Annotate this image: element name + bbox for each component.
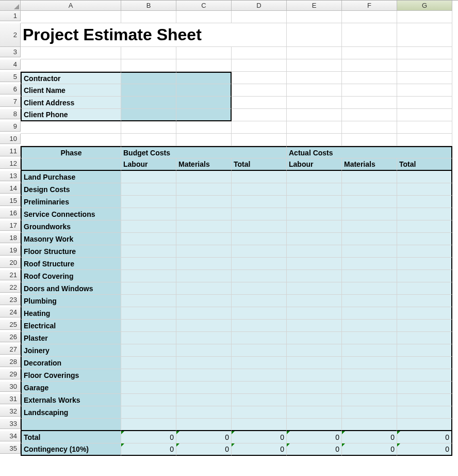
- cell[interactable]: [397, 23, 452, 47]
- phase-cell[interactable]: [342, 183, 397, 196]
- phase-cell[interactable]: [121, 183, 176, 196]
- cell[interactable]: [397, 72, 452, 84]
- phase-cell[interactable]: [287, 406, 342, 419]
- phase-cell[interactable]: [342, 220, 397, 233]
- phase-cell[interactable]: [232, 208, 287, 220]
- phase-cell[interactable]: [176, 332, 232, 344]
- phase-cell[interactable]: [232, 245, 287, 258]
- phase-cell[interactable]: [121, 208, 176, 220]
- cell[interactable]: [232, 47, 287, 59]
- phase-cell[interactable]: [121, 406, 176, 419]
- phase-cell[interactable]: [176, 406, 232, 419]
- phase-cell[interactable]: [232, 394, 287, 406]
- row-header-30[interactable]: 30: [0, 382, 21, 392]
- cell[interactable]: [121, 134, 176, 146]
- blank[interactable]: [287, 419, 342, 431]
- cell[interactable]: [21, 11, 121, 23]
- info-value[interactable]: [121, 84, 176, 97]
- phase-cell[interactable]: [176, 344, 232, 357]
- phase-cell[interactable]: [342, 282, 397, 295]
- col-header-A[interactable]: A: [21, 1, 121, 11]
- phase-cell[interactable]: [232, 183, 287, 196]
- info-value[interactable]: [176, 97, 232, 109]
- cell[interactable]: [342, 72, 397, 84]
- phase-cell[interactable]: [287, 270, 342, 282]
- phase-cell[interactable]: [287, 320, 342, 332]
- col-header-G[interactable]: G: [397, 1, 452, 11]
- phase-cell[interactable]: [232, 258, 287, 270]
- row-header-16[interactable]: 16: [0, 208, 21, 218]
- row-header-8[interactable]: 8: [0, 109, 21, 119]
- phase-cell[interactable]: [121, 233, 176, 245]
- phase-cell[interactable]: [176, 258, 232, 270]
- row-header-11[interactable]: 11: [0, 146, 21, 156]
- phase-cell[interactable]: [397, 369, 452, 382]
- phase-cell[interactable]: [342, 369, 397, 382]
- phase-cell[interactable]: [232, 220, 287, 233]
- phase-cell[interactable]: [397, 233, 452, 245]
- phase-cell[interactable]: [397, 258, 452, 270]
- phase-cell[interactable]: [342, 357, 397, 369]
- blank[interactable]: [232, 419, 287, 431]
- phase-cell[interactable]: [232, 196, 287, 208]
- phase-cell[interactable]: [397, 208, 452, 220]
- phase-cell[interactable]: [342, 406, 397, 419]
- cell[interactable]: [121, 121, 176, 134]
- info-value[interactable]: [121, 97, 176, 109]
- cell[interactable]: [342, 59, 397, 72]
- row-header-2[interactable]: 2: [0, 23, 21, 47]
- phase-cell[interactable]: [342, 270, 397, 282]
- cell[interactable]: [287, 134, 342, 146]
- phase-cell[interactable]: [287, 394, 342, 406]
- info-value[interactable]: [121, 109, 176, 121]
- phase-cell[interactable]: [287, 245, 342, 258]
- cell[interactable]: [397, 84, 452, 97]
- phase-cell[interactable]: [342, 208, 397, 220]
- phase-cell[interactable]: [232, 357, 287, 369]
- cell[interactable]: [287, 47, 342, 59]
- blank[interactable]: [397, 419, 452, 431]
- col-header-C[interactable]: C: [176, 1, 232, 11]
- phase-cell[interactable]: [176, 245, 232, 258]
- blank[interactable]: [121, 419, 176, 431]
- phase-cell[interactable]: [176, 307, 232, 320]
- cell[interactable]: [232, 121, 287, 134]
- phase-cell[interactable]: [121, 344, 176, 357]
- phase-cell[interactable]: [287, 369, 342, 382]
- phase-cell[interactable]: [232, 307, 287, 320]
- cell[interactable]: [232, 134, 287, 146]
- phase-cell[interactable]: [342, 233, 397, 245]
- phase-cell[interactable]: [287, 208, 342, 220]
- phase-cell[interactable]: [287, 196, 342, 208]
- phase-cell[interactable]: [287, 382, 342, 394]
- phase-cell[interactable]: [342, 245, 397, 258]
- phase-cell[interactable]: [176, 382, 232, 394]
- phase-cell[interactable]: [287, 357, 342, 369]
- phase-cell[interactable]: [232, 171, 287, 183]
- phase-cell[interactable]: [176, 233, 232, 245]
- phase-cell[interactable]: [287, 183, 342, 196]
- info-value[interactable]: [121, 72, 176, 84]
- cell[interactable]: [287, 84, 342, 97]
- phase-cell[interactable]: [176, 295, 232, 307]
- phase-cell[interactable]: [342, 307, 397, 320]
- phase-cell[interactable]: [397, 295, 452, 307]
- cell[interactable]: [397, 134, 452, 146]
- row-header-33[interactable]: 33: [0, 419, 21, 429]
- cell[interactable]: [342, 109, 397, 121]
- row-header-9[interactable]: 9: [0, 121, 21, 132]
- cell[interactable]: [397, 47, 452, 59]
- phase-cell[interactable]: [397, 245, 452, 258]
- phase-cell[interactable]: [176, 369, 232, 382]
- phase-cell[interactable]: [287, 171, 342, 183]
- row-header-34[interactable]: 34: [0, 431, 21, 441]
- phase-cell[interactable]: [287, 258, 342, 270]
- phase-cell[interactable]: [176, 183, 232, 196]
- phase-cell[interactable]: [121, 357, 176, 369]
- phase-cell[interactable]: [121, 282, 176, 295]
- row-header-24[interactable]: 24: [0, 307, 21, 318]
- phase-cell[interactable]: [397, 357, 452, 369]
- phase-cell[interactable]: [287, 344, 342, 357]
- cell[interactable]: [121, 47, 176, 59]
- row-header-22[interactable]: 22: [0, 282, 21, 293]
